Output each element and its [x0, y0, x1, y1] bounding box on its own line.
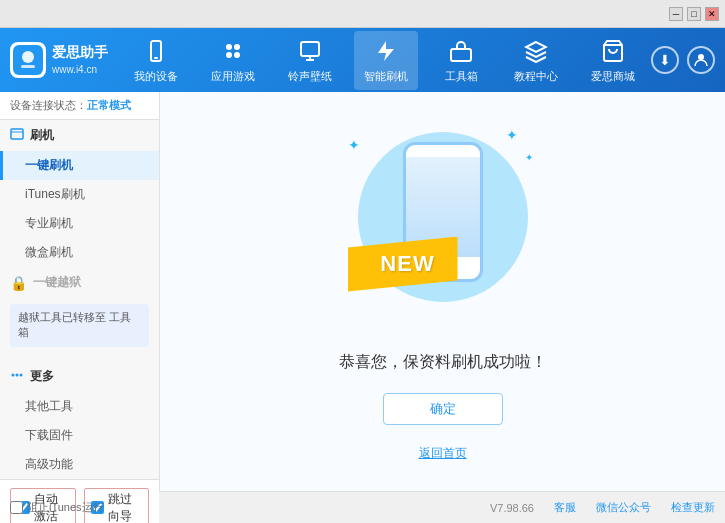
logo-icon — [10, 42, 46, 78]
svg-rect-2 — [21, 65, 35, 68]
svg-point-8 — [234, 52, 240, 58]
svg-point-5 — [226, 44, 232, 50]
nav-shop[interactable]: 爱思商城 — [581, 31, 645, 90]
titlebar: ─ □ ✕ — [0, 0, 725, 28]
svg-point-16 — [16, 373, 19, 376]
svg-rect-13 — [11, 129, 23, 139]
jailbreak-icon: 🔒 — [10, 275, 27, 291]
logo: 爱思助手 www.i4.cn — [10, 42, 108, 78]
toolbox-icon — [447, 37, 475, 65]
nav-toolbox[interactable]: 工具箱 — [431, 31, 491, 90]
sidebar-item-advanced[interactable]: 高级功能 — [0, 450, 159, 479]
close-button[interactable]: ✕ — [705, 7, 719, 21]
jailbreak-section-header[interactable]: 🔒 一键越狱 — [0, 267, 159, 298]
svg-rect-4 — [154, 57, 158, 59]
svg-point-7 — [226, 52, 232, 58]
svg-point-15 — [12, 373, 15, 376]
itunes-checkbox[interactable] — [10, 501, 23, 514]
sidebar-item-micro-flash[interactable]: 微盒刷机 — [0, 238, 159, 267]
sidebar-item-pro-flash[interactable]: 专业刷机 — [0, 209, 159, 238]
nav-my-device[interactable]: 我的设备 — [124, 31, 188, 90]
update-link[interactable]: 检查更新 — [671, 500, 715, 515]
back-link[interactable]: 返回首页 — [419, 445, 467, 462]
top-navigation: 爱思助手 www.i4.cn 我的设备 应用游戏 铃声壁纸 智 — [0, 28, 725, 92]
nav-apps-games[interactable]: 应用游戏 — [201, 31, 265, 90]
nav-items: 我的设备 应用游戏 铃声壁纸 智能刷机 工具箱 — [118, 31, 651, 90]
main-content: ✦ NEW ✦ ✦ ✦ ✦ 恭喜您，保资料刷机成功啦！ 确定 返回首页 — [160, 92, 725, 491]
nav-right-controls: ⬇ — [651, 46, 715, 74]
sparkle-1: ✦ — [348, 137, 360, 153]
sparkle-2: ✦ — [506, 127, 518, 143]
jailbreak-note: 越狱工具已转移至 工具箱 — [10, 304, 149, 347]
logo-text: 爱思助手 www.i4.cn — [52, 43, 108, 77]
sparkle-3: ✦ — [525, 152, 533, 163]
svg-point-12 — [698, 54, 704, 60]
nav-tutorials[interactable]: 教程中心 — [504, 31, 568, 90]
user-button[interactable] — [687, 46, 715, 74]
flash-section: 刷机 一键刷机 iTunes刷机 专业刷机 微盒刷机 — [0, 120, 159, 267]
success-illustration: ✦ NEW ✦ ✦ ✦ ✦ — [343, 122, 543, 332]
smart-flash-icon — [372, 37, 400, 65]
svg-point-6 — [234, 44, 240, 50]
itunes-label[interactable]: 阻止iTunes运行 — [27, 500, 104, 515]
flash-section-icon — [10, 127, 24, 144]
shop-icon — [599, 37, 627, 65]
svg-rect-10 — [451, 49, 471, 61]
version-label: V7.98.66 — [490, 502, 534, 514]
svg-point-1 — [22, 51, 34, 63]
sidebar: 设备连接状态：正常模式 刷机 一键刷机 iTunes刷机 专业刷机 微盒刷机 🔒… — [0, 92, 160, 491]
svg-point-17 — [20, 373, 23, 376]
status-bar: 设备连接状态：正常模式 — [0, 92, 159, 120]
my-device-icon — [142, 37, 170, 65]
confirm-button[interactable]: 确定 — [383, 393, 503, 425]
sidebar-item-other-tools[interactable]: 其他工具 — [0, 392, 159, 421]
service-link[interactable]: 客服 — [554, 500, 576, 515]
jailbreak-section: 🔒 一键越狱 越狱工具已转移至 工具箱 — [0, 267, 159, 353]
nav-ringtones[interactable]: 铃声壁纸 — [278, 31, 342, 90]
sidebar-item-itunes-flash[interactable]: iTunes刷机 — [0, 180, 159, 209]
more-section: 更多 其他工具 下载固件 高级功能 — [0, 361, 159, 479]
footer-left: 阻止iTunes运行 — [10, 500, 104, 515]
more-section-header[interactable]: 更多 — [0, 361, 159, 392]
minimize-button[interactable]: ─ — [669, 7, 683, 21]
new-label: NEW — [380, 251, 434, 277]
nav-smart-flash[interactable]: 智能刷机 — [354, 31, 418, 90]
sidebar-item-download-firmware[interactable]: 下载固件 — [0, 421, 159, 450]
sidebar-item-onekey-flash[interactable]: 一键刷机 — [0, 151, 159, 180]
wechat-link[interactable]: 微信公众号 — [596, 500, 651, 515]
tutorials-icon — [522, 37, 550, 65]
apps-games-icon — [219, 37, 247, 65]
svg-rect-9 — [301, 42, 319, 56]
window-controls: ─ □ ✕ — [669, 7, 719, 21]
maximize-button[interactable]: □ — [687, 7, 701, 21]
ringtones-icon — [296, 37, 324, 65]
success-message: 恭喜您，保资料刷机成功啦！ — [339, 352, 547, 373]
flash-section-header[interactable]: 刷机 — [0, 120, 159, 151]
more-section-icon — [10, 368, 24, 385]
download-button[interactable]: ⬇ — [651, 46, 679, 74]
